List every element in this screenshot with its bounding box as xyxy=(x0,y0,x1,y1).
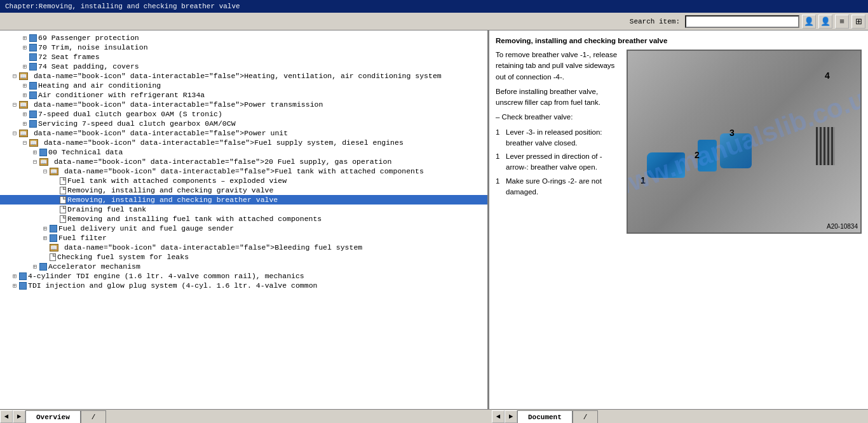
blue-square-icon xyxy=(50,225,57,232)
tree-expand-icon: ⊟ xyxy=(41,168,50,175)
blue-square-icon xyxy=(39,149,47,156)
tab-nav-right-right[interactable]: ► xyxy=(505,410,517,423)
tree-expand-icon: ⊟ xyxy=(10,130,19,137)
tree-container[interactable]: ⊞69 Passenger protection⊞70 Trim, noise … xyxy=(0,30,487,409)
doc-para-3: – Check breather valve: xyxy=(496,112,621,123)
bottom-bar: ◄ ► Overview / ◄ ► Document / xyxy=(0,409,868,423)
tree-item[interactable]: ⊟📖 data-name="book-icon" data-interactab… xyxy=(0,100,487,109)
doc-icon xyxy=(60,215,66,223)
title-bar: Chapter:Removing, installing and checkin… xyxy=(0,0,868,13)
tree-item[interactable]: Checking fuel system for leaks xyxy=(0,252,487,262)
tree-item-label: Fuel delivery unit and fuel gauge sender xyxy=(58,224,234,232)
tree-item-label: Fuel filter xyxy=(58,234,107,242)
label-3: 3 xyxy=(729,127,735,140)
tab-slash-right[interactable]: / xyxy=(573,410,599,423)
tab-bar-left: ◄ ► Overview / xyxy=(0,410,489,423)
tree-item-label: Checking fuel system for leaks xyxy=(57,253,189,261)
tab-slash-left[interactable]: / xyxy=(81,410,107,423)
blue-square-icon xyxy=(29,63,37,70)
left-pane: ⊞69 Passenger protection⊞70 Trim, noise … xyxy=(0,30,489,409)
tree-item-label: Air conditioner with refrigerant R134a xyxy=(38,91,205,99)
tree-item[interactable]: ⊞4-cylinder TDI engine (1.6 ltr. 4-valve… xyxy=(0,271,487,281)
doc-icon xyxy=(60,177,66,185)
tree-item[interactable]: ⊟📖 data-name="book-icon" data-interactab… xyxy=(0,128,487,138)
tree-item[interactable]: Removing, installing and checking gravit… xyxy=(0,185,487,195)
right-pane: Removing, installing and checking breath… xyxy=(489,30,868,409)
tree-item-label: TDI injection and glow plug system (4-cy… xyxy=(28,281,317,290)
tree-item[interactable]: ⊟📖 data-name="book-icon" data-interactab… xyxy=(0,166,487,176)
label-2: 2 xyxy=(695,149,700,162)
engine-illustration: 1 2 3 4 www.manualslib.co.uk xyxy=(628,51,860,232)
search-input[interactable] xyxy=(685,15,799,28)
tree-item[interactable]: ⊞74 Seat padding, covers xyxy=(0,62,487,71)
tree-item-label: Fuel tank with attached components xyxy=(275,167,424,175)
tree-item-label: 7-speed dual clutch gearbox 0AM (S troni… xyxy=(38,110,222,118)
tree-item-label: Power unit xyxy=(244,129,288,137)
blue-square-icon xyxy=(29,34,37,42)
tree-item-label: Fuel supply system, diesel engines xyxy=(254,138,403,147)
tree-expand-icon: ⊞ xyxy=(41,234,50,242)
doc-icon xyxy=(60,206,66,213)
blue-square-icon xyxy=(29,120,37,128)
menu-button[interactable]: ≡ xyxy=(835,15,849,29)
tree-expand-icon: ⊞ xyxy=(20,34,29,42)
tree-item-label: Removing, installing and checking breath… xyxy=(67,196,278,204)
tree-item-label: Draining fuel tank xyxy=(67,205,146,213)
tab-bar-right: ◄ ► Document / xyxy=(489,410,868,423)
tree-item[interactable]: ⊞TDI injection and glow plug system (4-c… xyxy=(0,281,487,290)
doc-icon xyxy=(50,253,56,261)
doc-para-2: Before installing breather valve, unscre… xyxy=(496,86,621,109)
tree-item[interactable]: 📖 data-name="book-icon" data-interactabl… xyxy=(0,243,487,252)
engine-part-3 xyxy=(720,133,752,168)
image-label: A20-10834 xyxy=(827,222,858,231)
tree-item[interactable]: ⊞Fuel delivery unit and fuel gauge sende… xyxy=(0,224,487,233)
tree-item[interactable]: ⊞Air conditioner with refrigerant R134a xyxy=(0,90,487,100)
tree-item-label: Bleeding fuel system xyxy=(275,243,362,252)
options-button[interactable]: ⊞ xyxy=(851,15,865,29)
tree-item[interactable]: 72 Seat frames xyxy=(0,52,487,62)
tree-item[interactable]: ⊟📖 data-name="book-icon" data-interactab… xyxy=(0,157,487,166)
tree-item-label: 20 Fuel supply, gas operation xyxy=(264,158,391,166)
blue-square-icon xyxy=(19,272,27,280)
tab-nav-left[interactable]: ◄ xyxy=(0,410,13,423)
title-text: Chapter:Removing, installing and checkin… xyxy=(5,3,240,10)
search-label: Search item: xyxy=(630,18,680,25)
tree-item[interactable]: ⊞Fuel filter xyxy=(0,233,487,243)
tab-document[interactable]: Document xyxy=(517,410,573,423)
tree-item[interactable]: ⊞70 Trim, noise insulation xyxy=(0,43,487,52)
tree-item-label: Removing, installing and checking gravit… xyxy=(67,186,273,194)
blue-square-icon xyxy=(19,282,27,290)
tree-expand-icon: ⊞ xyxy=(31,149,39,156)
tree-item[interactable]: ⊟📖 data-name="book-icon" data-interactab… xyxy=(0,71,487,81)
tab-nav-left-right[interactable]: ◄ xyxy=(492,410,505,423)
tree-item[interactable]: Removing, installing and checking breath… xyxy=(0,195,487,205)
tree-item[interactable]: Draining fuel tank xyxy=(0,205,487,214)
tree-item[interactable]: ⊟📖 data-name="book-icon" data-interactab… xyxy=(0,138,487,147)
tree-item[interactable]: ⊞69 Passenger protection xyxy=(0,33,487,43)
tree-item[interactable]: ⊞7-speed dual clutch gearbox 0AM (S tron… xyxy=(0,109,487,119)
doc-text: To remove breather valve -1-, release re… xyxy=(496,50,621,234)
tab-overview[interactable]: Overview xyxy=(25,410,81,423)
blue-square-icon xyxy=(29,53,37,61)
user-icon-1[interactable]: 👤 xyxy=(802,15,816,29)
tree-item[interactable]: ⊞Accelerator mechanism xyxy=(0,262,487,271)
tab-nav-right-left[interactable]: ► xyxy=(13,410,25,423)
tree-item[interactable]: ⊞Servicing 7-speed dual clutch gearbox 0… xyxy=(0,119,487,128)
doc-icon xyxy=(60,196,66,204)
tree-expand-icon: ⊞ xyxy=(20,44,29,51)
tree-item[interactable]: ⊞Heating and air conditioning xyxy=(0,81,487,90)
blue-square-icon xyxy=(29,111,37,118)
tree-item[interactable]: ⊞00 Technical data xyxy=(0,147,487,157)
tree-expand-icon: ⊞ xyxy=(10,282,19,290)
doc-step-3: 1 Make sure O-rings -2- are not damaged. xyxy=(496,176,621,198)
tree-expand-icon: ⊞ xyxy=(20,91,29,99)
tree-item-label: Servicing 7-speed dual clutch gearbox 0A… xyxy=(38,119,236,128)
label-4: 4 xyxy=(825,70,830,83)
blue-square-icon xyxy=(50,234,57,242)
tree-item-label: Accelerator mechanism xyxy=(48,262,140,271)
engine-part-valve xyxy=(647,152,685,178)
tree-item[interactable]: Fuel tank with attached components – exp… xyxy=(0,176,487,185)
tree-item[interactable]: Removing and installing fuel tank with a… xyxy=(0,214,487,224)
user-icon-2[interactable]: 👤 xyxy=(818,15,832,29)
tree-expand-icon: ⊞ xyxy=(20,120,29,128)
